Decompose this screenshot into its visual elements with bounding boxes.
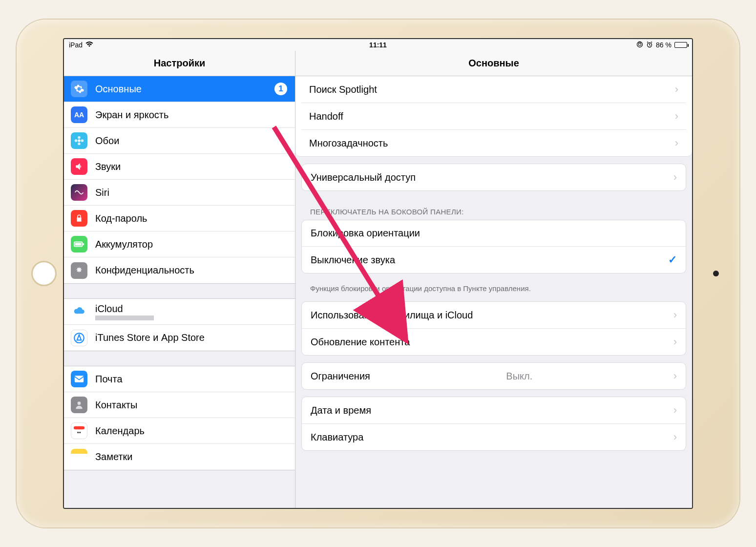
row-background-refresh[interactable]: Обновление контента› (302, 329, 686, 355)
row-storage-icloud[interactable]: Использование хранилища и iCloud› (302, 302, 686, 329)
ipad-frame: iPad 11:11 86 % Настройки (17, 20, 739, 527)
sidebar-item-label: Почта (95, 374, 123, 385)
battery-icon (674, 42, 687, 48)
chevron-right-icon: › (673, 309, 677, 321)
row-accessibility[interactable]: Универсальный доступ› (302, 164, 686, 190)
sidebar-item-label: Конфиденциальность (95, 265, 194, 276)
checkmark-icon: ✓ (668, 253, 677, 266)
svg-point-0 (637, 42, 643, 47)
battery-pct: 86 % (656, 41, 672, 49)
gear-icon (71, 81, 87, 97)
badge: 1 (274, 83, 287, 95)
svg-point-4 (78, 143, 81, 146)
sidebar-item-label: Siri (95, 187, 109, 198)
row-label: Универсальный доступ (311, 172, 416, 183)
row-mute[interactable]: Выключение звука✓ (302, 247, 686, 273)
row-label: Выключение звука (311, 254, 395, 266)
row-handoff[interactable]: Handoff› (301, 103, 686, 130)
svg-rect-9 (83, 243, 84, 245)
row-multitask[interactable]: Многозадачность› (301, 130, 686, 156)
calendar-icon: ▪▪ (71, 422, 87, 439)
chevron-right-icon: › (675, 110, 678, 123)
row-label: Ограничения (311, 371, 370, 382)
chevron-right-icon: › (673, 431, 677, 443)
sidebar-item-label: iTunes Store и App Store (95, 332, 205, 343)
chevron-right-icon: › (673, 336, 677, 348)
home-button[interactable] (31, 261, 57, 286)
alarm-icon (646, 41, 653, 49)
clock: 11:11 (369, 41, 387, 49)
svg-point-2 (78, 139, 81, 142)
row-orientation-lock[interactable]: Блокировка ориентации (302, 220, 686, 247)
sidebar-item-contacts[interactable]: Контакты (64, 392, 295, 418)
section-header-side-switch: ПЕРЕКЛЮЧАТЕЛЬ НА БОКОВОЙ ПАНЕЛИ: (301, 198, 686, 220)
sidebar-item-mail[interactable]: Почта (64, 366, 295, 392)
notes-icon (71, 449, 87, 465)
section-footer-side-switch: Функция блокировки ориентации доступна в… (301, 280, 686, 295)
sidebar-item-calendar[interactable]: ▪▪ Календарь (64, 418, 295, 444)
row-label: Клавиатура (311, 432, 363, 443)
chevron-right-icon: › (673, 404, 677, 417)
row-label: Многозадачность (309, 138, 388, 149)
row-restrictions[interactable]: ОграниченияВыкл.› (302, 363, 686, 389)
sidebar-item-battery[interactable]: Аккумулятор (64, 231, 295, 257)
detail-pane: Основные Поиск Spotlight› Handoff› Много… (295, 51, 692, 508)
svg-rect-8 (75, 243, 82, 246)
row-date-time[interactable]: Дата и время› (302, 397, 686, 424)
sidebar-item-label: Контакты (95, 400, 137, 411)
display-icon: AA (71, 106, 87, 123)
row-keyboard[interactable]: Клавиатура› (302, 424, 686, 450)
battery-icon (71, 236, 87, 252)
sidebar-item-label: Звуки (95, 161, 121, 172)
row-spotlight[interactable]: Поиск Spotlight› (301, 76, 686, 103)
svg-text:▪▪: ▪▪ (77, 429, 81, 435)
sidebar-item-label: Экран и яркость (95, 109, 168, 121)
mail-icon (71, 371, 87, 387)
sidebar-item-display[interactable]: AA Экран и яркость (64, 102, 295, 128)
sidebar-item-passcode[interactable]: Код-пароль (64, 206, 295, 231)
sidebar-title: Настройки (64, 51, 295, 76)
device-label: iPad (69, 41, 83, 49)
sidebar-item-general[interactable]: Основные 1 (64, 76, 295, 102)
row-label: Использование хранилища и iCloud (311, 310, 473, 321)
icloud-account-redacted (95, 316, 154, 320)
row-label: Блокировка ориентации (311, 228, 420, 239)
front-camera (713, 271, 719, 276)
screen: iPad 11:11 86 % Настройки (63, 38, 693, 509)
chevron-right-icon: › (673, 171, 677, 184)
row-label: Handoff (309, 111, 343, 122)
person-icon (71, 397, 87, 413)
settings-sidebar: Настройки Основные 1 AA Экран и яркост (64, 51, 295, 508)
svg-point-5 (75, 139, 78, 142)
row-label: Обновление контента (311, 337, 410, 348)
sidebar-item-label: Заметки (95, 451, 133, 463)
hand-icon (71, 262, 87, 279)
sidebar-item-icloud[interactable]: iCloud (64, 299, 295, 325)
sidebar-item-label: Код-пароль (95, 213, 147, 224)
detail-title: Основные (295, 51, 692, 76)
svg-point-3 (78, 136, 81, 139)
chevron-right-icon: › (675, 83, 678, 96)
flower-icon (71, 132, 87, 149)
sidebar-item-siri[interactable]: Siri (64, 180, 295, 206)
svg-point-12 (78, 401, 81, 405)
status-bar: iPad 11:11 86 % (64, 39, 692, 51)
orientation-lock-icon (636, 41, 643, 49)
sidebar-item-label: Календарь (95, 425, 145, 437)
row-label: Дата и время (311, 405, 371, 416)
row-value: Выкл. (506, 371, 532, 382)
svg-rect-14 (74, 426, 84, 430)
sidebar-item-sounds[interactable]: Звуки (64, 154, 295, 180)
svg-point-6 (81, 139, 84, 142)
sidebar-item-privacy[interactable]: Конфиденциальность (64, 257, 295, 283)
chevron-right-icon: › (675, 137, 678, 149)
sidebar-item-itunes[interactable]: iTunes Store и App Store (64, 325, 295, 351)
sidebar-item-label: Обои (95, 135, 119, 147)
sidebar-item-wallpaper[interactable]: Обои (64, 128, 295, 154)
svg-rect-11 (75, 376, 84, 382)
wifi-icon (85, 41, 93, 49)
speaker-icon (71, 158, 87, 175)
sidebar-item-notes[interactable]: Заметки (64, 444, 295, 470)
sidebar-item-label: iCloud (95, 303, 154, 315)
chevron-right-icon: › (673, 370, 677, 382)
